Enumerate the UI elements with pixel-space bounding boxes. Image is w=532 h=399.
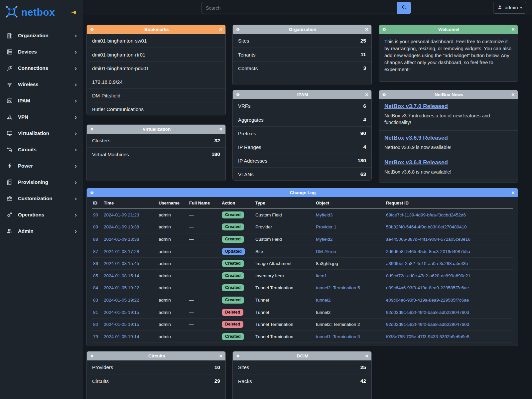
request-id-link[interactable]: 2d6d6e8f-5465-45dc-8ec3-2019d4087b5a (386, 249, 470, 254)
stat-label[interactable]: Virtual Machines (92, 152, 129, 157)
sidebar-item-power[interactable]: Power › (0, 158, 83, 174)
sidebar-item-admin[interactable]: Admin › (0, 223, 83, 239)
request-id-link[interactable]: e09c64a6-93f3-419a-8ea9-229585f7c6ae (386, 285, 469, 290)
gear-icon[interactable] (236, 354, 240, 358)
stat-value[interactable]: 3 (363, 65, 366, 71)
stat-label[interactable]: Clusters (92, 138, 110, 143)
close-icon[interactable]: × (511, 190, 515, 196)
request-id-link[interactable]: 69fce7cf-1139-4d99-bfea-f3dcbd2452d6 (386, 212, 466, 217)
stat-value[interactable]: 11 (361, 52, 366, 58)
gear-icon[interactable] (90, 354, 94, 358)
news-link[interactable]: NetBox v3.7.0 Released (384, 103, 512, 110)
change-time-link[interactable]: 2024-01-08 15:14 (104, 273, 139, 278)
bookmark-item[interactable]: 172.16.0.9/24 (87, 75, 225, 88)
stat-value[interactable]: 10 (214, 364, 220, 370)
user-menu-button[interactable]: admin ▾ (493, 2, 526, 14)
gear-icon[interactable] (382, 92, 386, 97)
change-object[interactable]: DM-Akron (316, 249, 336, 254)
change-object[interactable]: tunnel2: Termination 2 (316, 322, 360, 327)
bookmark-item[interactable]: dmi01-binghamton-pdu01 (87, 61, 225, 75)
close-icon[interactable]: × (219, 353, 222, 359)
news-link[interactable]: NetBox v3.6.9 Released (384, 135, 512, 141)
change-time-link[interactable]: 2024-01-05 19:15 (104, 310, 139, 315)
change-object[interactable]: tunnel2: Termination 5 (316, 285, 360, 290)
sidebar-item-organization[interactable]: Organization › (0, 27, 83, 44)
change-object[interactable]: Myfield3 (316, 212, 332, 217)
close-icon[interactable]: × (365, 92, 368, 97)
search-button[interactable] (397, 2, 411, 14)
stat-value[interactable]: 32 (214, 138, 220, 144)
change-id-link[interactable]: 85 (93, 273, 98, 278)
stat-value[interactable]: 90 (360, 130, 366, 136)
change-id-link[interactable]: 86 (93, 261, 98, 266)
sidebar-item-devices[interactable]: Devices › (0, 44, 83, 60)
brand-row[interactable]: netbox (0, 0, 83, 25)
pin-icon[interactable] (71, 10, 77, 16)
sidebar-item-customization[interactable]: Customization › (0, 190, 83, 206)
request-id-link[interactable]: 92d02d9c-562f-49f0-baa8-adb22904760d (386, 310, 469, 315)
stat-value[interactable]: 63 (360, 171, 366, 177)
change-id-link[interactable]: 80 (93, 322, 98, 327)
change-id-link[interactable]: 79 (93, 334, 98, 339)
stat-value[interactable]: 6 (363, 103, 366, 109)
request-id-link[interactable]: 8d9cd72e-cd0c-47c2-a620-dc899a690c21 (386, 273, 470, 278)
close-icon[interactable]: × (219, 126, 222, 132)
bookmark-item[interactable]: DM-Pittsfield (87, 88, 225, 102)
change-id-link[interactable]: 84 (93, 285, 98, 290)
gear-icon[interactable] (90, 191, 94, 195)
stat-label[interactable]: VLANs (238, 172, 254, 177)
request-id-link[interactable]: 50b32f40-5464-4f9c-b83f-0ef270489410 (386, 224, 466, 229)
gear-icon[interactable] (90, 127, 94, 131)
change-time-link[interactable]: 2024-01-09 13:38 (104, 224, 139, 229)
gear-icon[interactable] (382, 27, 386, 32)
close-icon[interactable]: × (511, 92, 515, 97)
stat-value[interactable]: 180 (357, 158, 366, 164)
change-time-link[interactable]: 2024-01-05 19:22 (104, 285, 139, 290)
stat-label[interactable]: Circuits (92, 378, 109, 384)
stat-value[interactable]: 25 (360, 364, 366, 370)
change-time-link[interactable]: 2024-01-09 21:23 (104, 212, 139, 217)
gear-icon[interactable] (90, 27, 94, 32)
change-object[interactable]: Provider 1 (316, 224, 336, 229)
change-object[interactable]: tunnel1: Termination 3 (316, 334, 360, 339)
bookmark-item[interactable]: dmi01-binghamton-rtr01 (87, 48, 225, 61)
stat-label[interactable]: VRFs (238, 103, 251, 109)
bookmark-item[interactable]: dmi01-binghamton-sw01 (87, 34, 225, 48)
request-id-link[interactable]: f038e755-705e-47f3-9433-5392b9e6b9e5 (386, 334, 469, 339)
change-object[interactable]: tunnel2 (316, 298, 331, 303)
change-time-link[interactable]: 2024-01-05 19:14 (104, 334, 139, 339)
stat-value[interactable]: 4 (363, 117, 366, 123)
change-id-link[interactable]: 90 (93, 212, 98, 217)
sidebar-item-circuits[interactable]: Circuits › (0, 141, 83, 158)
change-time-link[interactable]: 2024-01-09 13:38 (104, 237, 139, 242)
stat-label[interactable]: Racks (238, 378, 252, 384)
stat-label[interactable]: Sites (238, 38, 249, 44)
change-object[interactable]: Myfield2 (316, 237, 332, 242)
stat-label[interactable]: Prefixes (238, 131, 256, 136)
change-time-link[interactable]: 2024-01-05 19:15 (104, 322, 139, 327)
stat-value[interactable]: 25 (360, 38, 366, 44)
change-id-link[interactable]: 83 (93, 298, 98, 303)
bookmark-item[interactable]: Butler Communications (87, 102, 225, 115)
gear-icon[interactable] (236, 27, 240, 32)
close-icon[interactable]: × (365, 353, 368, 359)
stat-label[interactable]: IP Addresses (238, 158, 267, 164)
stat-value[interactable]: 29 (214, 378, 220, 384)
change-id-link[interactable]: 87 (93, 249, 98, 254)
close-icon[interactable]: × (219, 27, 222, 32)
sidebar-item-operations[interactable]: Operations › (0, 206, 83, 223)
change-time-link[interactable]: 2024-01-08 15:45 (104, 261, 139, 266)
sidebar-item-connections[interactable]: Connections › (0, 60, 83, 76)
stat-label[interactable]: Providers (92, 364, 113, 370)
request-id-link[interactable]: e09c64a6-93f3-419a-8ea9-229585f7c6ae (386, 298, 469, 303)
sidebar-item-ipam[interactable]: IPAM › (0, 92, 83, 109)
stat-label[interactable]: Tenants (238, 52, 256, 58)
stat-label[interactable]: Contacts (238, 66, 258, 71)
stat-value[interactable]: 180 (211, 151, 220, 157)
gear-icon[interactable] (236, 92, 240, 97)
close-icon[interactable]: × (511, 27, 515, 32)
sidebar-item-provisioning[interactable]: Provisioning › (0, 174, 83, 190)
change-time-link[interactable]: 2024-01-05 19:22 (104, 298, 139, 303)
stat-label[interactable]: Aggregates (238, 117, 264, 123)
change-object[interactable]: tunnel2 (316, 310, 331, 315)
